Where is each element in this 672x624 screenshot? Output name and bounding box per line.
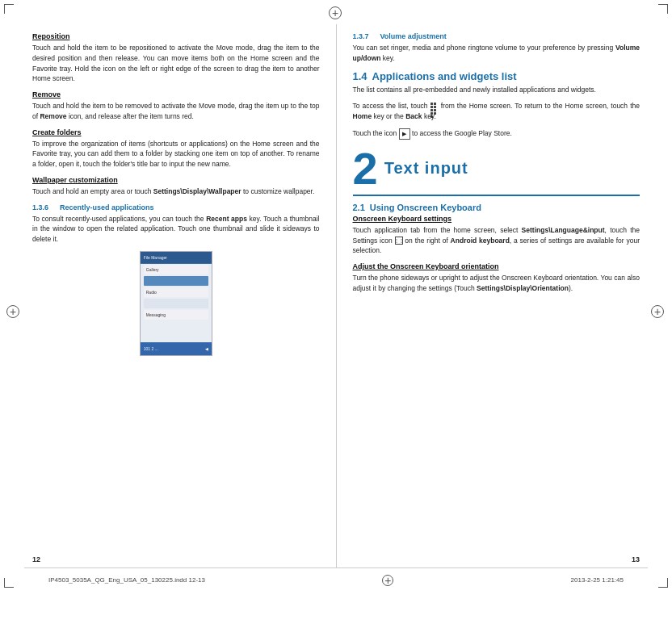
grid-dot-2 [434,103,436,105]
phone-row-radio-text: Radio [144,290,157,295]
chapter2-title-container: Text input [384,159,468,178]
chapter2-title: Text input [384,159,468,178]
section-reposition: Reposition Touch and hold the item to be… [32,32,320,84]
section-14-body1: The list contains all pre-embedded and n… [353,85,640,95]
reg-circle-left [6,305,19,318]
onscreen-settings-body: Touch application tab from the home scre… [353,225,640,256]
right-page-num: 13 [632,555,640,563]
oks-text3: on the right of [405,237,450,245]
remove-body-text2: icon, and release after the item turns r… [67,112,194,120]
footer-right: 2013-2-25 1:21:45 [571,576,624,584]
wallpaper-text2: to customize wallpaper. [242,187,315,195]
section-create-folders: Create folders To improve the organizati… [32,128,320,170]
section-137-header: 1.3.7 Volume adjustment [353,32,640,40]
section-21-header: 2.1 Using Onscreen Keyboard [353,203,640,212]
section-136-header: 1.3.6 Recently-used applications [32,203,320,211]
recently-bold1: Recent apps [206,215,247,223]
phone-row-empty [144,299,208,308]
page-container: Reposition Touch and hold the item to be… [0,0,672,624]
section-14-header: 1.4 Applications and widgets list [353,70,640,82]
corner-mark-tr [658,4,668,14]
pages-row: Reposition Touch and hold the item to be… [24,24,648,567]
remove-heading: Remove [32,90,320,98]
oks-text1: Touch application tab from the home scre… [353,226,522,234]
phone-row-gallery: Gallery [144,265,208,274]
footer-file-info: IP4503_5035A_QG_Eng_USA_05_130225.indd 1… [48,576,205,584]
list-text1: To access the list, touch [353,102,430,110]
corner-mark-br [658,578,668,588]
reposition-heading: Reposition [32,32,320,40]
section-136-num: 1.3.6 [32,203,57,211]
subsection-onscreen-settings: Onscreen Keyboard settings Touch applica… [353,215,640,256]
recently-text1: To consult recently-used applications, y… [32,215,206,223]
settings-icon: ⋮⋮ [395,237,403,245]
grid-dot-1 [430,103,433,105]
oks-bold1: Settings\Language&input [522,226,605,234]
section-wallpaper: Wallpaper customization Touch and hold a… [32,176,320,197]
section-14-title: Applications and widgets list [372,70,517,82]
phone-screenshot: File Manager Gallery Radio [140,251,212,356]
create-folders-body: To improve the organization of items (sh… [32,139,320,170]
wallpaper-bold: Settings\Display\Wallpaper [153,187,242,195]
volume-text1: You can set ringer, media and phone ring… [353,44,615,52]
footer-center [382,575,393,586]
list-bold-back: Back [405,112,422,120]
list-text2: from the Home screen. To return to the H… [441,102,640,110]
reg-circle-right [651,305,664,318]
phone-bottom-bar: 101 2 ... ◀ [141,342,212,355]
left-page-num: 12 [32,555,40,563]
content-area: Reposition Touch and hold the item to be… [24,24,648,592]
section-136-body: To consult recently-used applications, y… [32,214,320,245]
corner-mark-bl [4,578,14,588]
wallpaper-heading: Wallpaper customization [32,176,320,184]
grid-dot-3 [430,106,433,108]
adjust-orientation-heading: Adjust the Onscreen Keyboard orientation [353,262,640,270]
footer-time: 1:21:45 [602,576,624,584]
footer-reg-mark [382,575,393,586]
phone-row-radio: Radio [144,287,208,297]
chapter2-title-text: Text input [384,159,468,177]
section-137-num: 1.3.7 [353,32,377,40]
chapter2-num: 2 [353,146,378,191]
remove-body: Touch and hold the item to be removed to… [32,101,320,122]
subsection-adjust-orientation: Adjust the Onscreen Keyboard orientation… [353,262,640,294]
phone-screen-inner: File Manager Gallery Radio [141,252,212,355]
ao-text2: ). [569,284,573,292]
touch-icon-text2: to access the Google Play Store. [412,129,512,137]
section-14: 1.4 Applications and widgets list The li… [353,70,640,140]
phone-row-messaging: Messaging [144,310,208,320]
section-137-title: Volume adjustment [380,32,447,40]
ao-bold: Settings\Display\Orientation [477,284,569,292]
left-page: Reposition Touch and hold the item to be… [24,24,337,567]
section-14-body3: Touch the icon ▶ to access the Google Pl… [353,128,640,140]
phone-row-blue [144,276,208,286]
corner-mark-tl [4,4,14,14]
remove-bold: Remove [40,112,66,120]
reg-mark-left [6,305,21,320]
reg-mark-right [651,305,666,320]
reposition-body: Touch and hold the item to be reposition… [32,43,320,84]
section-21-num: 2.1 [353,203,365,212]
phone-top-text: File Manager [144,255,167,260]
section-136-title: Recently-used applications [60,203,154,211]
wallpaper-text1: Touch and hold an empty area or touch [32,187,153,195]
page-footer: IP4503_5035A_QG_Eng_USA_05_130225.indd 1… [24,567,648,592]
adjust-orientation-body: Turn the phone sideways or upright to ad… [353,273,640,294]
phone-top-bar: File Manager [141,252,212,263]
right-page: 1.3.7 Volume adjustment You can set ring… [337,24,649,567]
footer-date: 2013-2-25 [571,576,600,584]
section-21-title: Using Onscreen Keyboard [370,203,481,212]
reg-circle-top [329,6,342,19]
oks-bold2: Android keyboard [451,237,510,245]
onscreen-settings-heading: Onscreen Keyboard settings [353,215,640,223]
grid-dot-4 [434,106,436,108]
section-14-num: 1.4 [353,70,369,82]
footer-left: IP4503_5035A_QG_Eng_USA_05_130225.indd 1… [48,576,205,584]
wallpaper-body: Touch and hold an empty area or touch Se… [32,186,320,197]
section-14-body2: To access the list, touch [353,101,640,122]
phone-bottom-right: ◀ [205,346,208,351]
section-21: 2.1 Using Onscreen Keyboard Onscreen Key… [353,203,640,294]
reg-mark-top [329,6,343,21]
section-remove: Remove Touch and hold the item to be rem… [32,90,320,122]
list-text4: key. [422,112,436,120]
